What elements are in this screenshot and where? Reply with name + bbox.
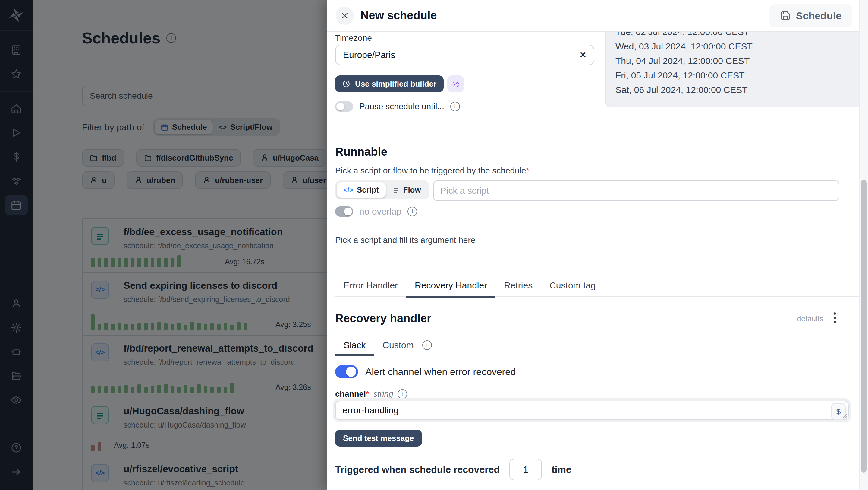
info-icon[interactable]: i [450,102,460,111]
wand-icon [452,80,460,88]
drawer-header: New schedule Schedule [327,0,868,32]
info-icon[interactable]: i [422,340,432,350]
required-asterisk: * [526,166,529,175]
no-overlap-label: no overlap [359,206,401,217]
runnable-heading: Runnable [335,145,387,158]
recovery-handler-heading: Recovery handler [335,312,431,325]
new-schedule-drawer: Tue, 02 Jul 2024, 12:00:00 CEST Wed, 03 … [327,0,868,490]
clock-icon [342,80,350,88]
close-icon [341,12,349,20]
close-button[interactable] [336,7,354,25]
schedule-save-button[interactable]: Schedule [770,4,852,27]
recovery-subtabs: Slack Custom i [335,336,860,355]
recovered-times-input[interactable]: 1 [509,459,542,480]
script-tab[interactable]: </> Script [337,182,386,198]
use-simplified-builder-button[interactable]: Use simplified builder [335,76,444,92]
channel-input-wrapper: error-handling $ [333,398,851,423]
preview-date: Thu, 04 Jul 2024, 12:00:00 CEST [615,54,859,68]
runnable-description: Pick a script or flow to be triggered by… [335,166,526,175]
no-overlap-toggle[interactable] [335,206,353,217]
ai-wand-button[interactable] [447,76,464,92]
channel-input[interactable]: error-handling $ [335,401,849,420]
channel-field-type: string [373,390,393,399]
save-icon [780,10,790,21]
send-test-message-button[interactable]: Send test message [335,430,422,446]
info-icon[interactable]: i [398,389,407,399]
subtab-slack[interactable]: Slack [335,336,374,355]
channel-field-name: channel [335,390,366,399]
app-window: Schedules i Search schedule Filter by pa… [0,0,868,490]
preview-date: Fri, 05 Jul 2024, 12:00:00 CEST [615,68,859,83]
code-icon: </> [344,186,353,194]
tab-retries[interactable]: Retries [495,275,541,296]
modal-dim-overlay[interactable] [0,0,327,490]
tab-custom-tag[interactable]: Custom tag [541,275,604,296]
timezone-label: Timezone [335,33,372,43]
clear-icon[interactable]: ✕ [580,50,587,60]
pause-schedule-toggle[interactable] [335,102,353,112]
info-icon[interactable]: i [407,207,417,217]
triggered-prefix: Triggered when schedule recovered [335,464,500,475]
resize-handle[interactable] [842,413,847,419]
alert-channel-label: Alert channel when error recovered [365,366,516,377]
tab-recovery-handler[interactable]: Recovery Handler [406,275,495,296]
flow-icon [393,186,400,194]
drawer-title: New schedule [361,9,437,22]
runnable-hint: Pick a script and fill its argument here [335,235,475,245]
pick-script-input[interactable]: Pick a script [433,180,839,201]
defaults-label: defaults [797,314,824,323]
preview-date: Sat, 06 Jul 2024, 12:00:00 CEST [615,83,859,97]
script-flow-toggle: </> Script Flow [335,180,430,199]
triggered-suffix: time [552,464,571,475]
alert-channel-toggle[interactable] [335,365,358,378]
scrollbar-thumb[interactable] [861,180,867,472]
pause-schedule-label: Pause schedule until... [359,102,444,111]
kebab-menu-icon[interactable]: ••• [831,311,839,324]
timezone-input[interactable]: Europe/Paris ✕ [335,45,594,65]
flow-tab[interactable]: Flow [386,182,428,198]
tab-error-handler[interactable]: Error Handler [335,275,406,296]
handler-tabs: Error Handler Recovery Handler Retries C… [335,275,860,297]
drawer-scrollbar[interactable] [859,0,868,490]
subtab-custom[interactable]: Custom i [374,336,440,355]
preview-date: Wed, 03 Jul 2024, 12:00:00 CEST [615,39,859,54]
